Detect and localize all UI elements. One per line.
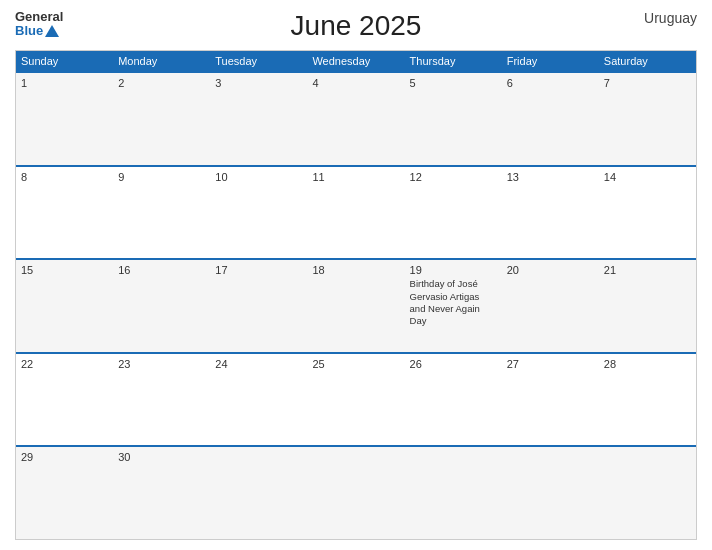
day-cell	[502, 447, 599, 539]
day-number: 8	[21, 171, 108, 183]
day-headers: Sunday Monday Tuesday Wednesday Thursday…	[16, 51, 696, 71]
header-monday: Monday	[113, 51, 210, 71]
day-cell: 27	[502, 354, 599, 446]
day-number: 27	[507, 358, 594, 370]
day-number: 15	[21, 264, 108, 276]
week-row: 1234567	[16, 71, 696, 165]
day-number: 26	[410, 358, 497, 370]
day-number: 14	[604, 171, 691, 183]
day-cell: 15	[16, 260, 113, 352]
day-number: 4	[312, 77, 399, 89]
calendar-title: June 2025	[291, 10, 422, 42]
day-number: 7	[604, 77, 691, 89]
day-cell: 13	[502, 167, 599, 259]
day-cell: 22	[16, 354, 113, 446]
day-number: 19	[410, 264, 497, 276]
day-cell: 12	[405, 167, 502, 259]
day-cell: 16	[113, 260, 210, 352]
day-number: 12	[410, 171, 497, 183]
day-cell: 8	[16, 167, 113, 259]
day-cell: 7	[599, 73, 696, 165]
logo-blue-text: Blue	[15, 24, 63, 38]
header-wednesday: Wednesday	[307, 51, 404, 71]
day-cell: 25	[307, 354, 404, 446]
day-number: 3	[215, 77, 302, 89]
header-thursday: Thursday	[405, 51, 502, 71]
day-cell: 4	[307, 73, 404, 165]
week-4: 2930	[16, 447, 696, 539]
day-number: 16	[118, 264, 205, 276]
day-cell	[405, 447, 502, 539]
day-cell: 11	[307, 167, 404, 259]
day-cell: 26	[405, 354, 502, 446]
week-row: 1516171819Birthday of José Gervasio Arti…	[16, 258, 696, 352]
day-cell: 24	[210, 354, 307, 446]
day-number: 29	[21, 451, 108, 463]
day-cell: 5	[405, 73, 502, 165]
week-row: 891011121314	[16, 165, 696, 259]
weeks-container: 12345678910111213141516171819Birthday of…	[16, 71, 696, 539]
day-cell: 19Birthday of José Gervasio Artigas and …	[405, 260, 502, 352]
header-sunday: Sunday	[16, 51, 113, 71]
day-cell: 18	[307, 260, 404, 352]
day-cell: 21	[599, 260, 696, 352]
week-3: 22232425262728	[16, 354, 696, 446]
day-number: 30	[118, 451, 205, 463]
logo-general-text: General	[15, 10, 63, 24]
day-cell: 29	[16, 447, 113, 539]
day-number: 9	[118, 171, 205, 183]
day-cell: 14	[599, 167, 696, 259]
day-cell: 1	[16, 73, 113, 165]
day-number: 13	[507, 171, 594, 183]
logo: General Blue	[15, 10, 63, 39]
day-cell: 10	[210, 167, 307, 259]
day-number: 21	[604, 264, 691, 276]
week-row: 2930	[16, 445, 696, 539]
day-number: 17	[215, 264, 302, 276]
day-number: 18	[312, 264, 399, 276]
day-number: 28	[604, 358, 691, 370]
country-label: Uruguay	[644, 10, 697, 26]
day-cell: 2	[113, 73, 210, 165]
week-2: 1516171819Birthday of José Gervasio Arti…	[16, 260, 696, 352]
day-cell: 30	[113, 447, 210, 539]
day-number: 20	[507, 264, 594, 276]
day-number: 24	[215, 358, 302, 370]
day-number: 10	[215, 171, 302, 183]
day-number: 6	[507, 77, 594, 89]
day-cell: 6	[502, 73, 599, 165]
day-cell: 9	[113, 167, 210, 259]
day-number: 22	[21, 358, 108, 370]
day-cell	[210, 447, 307, 539]
day-number: 2	[118, 77, 205, 89]
calendar: Sunday Monday Tuesday Wednesday Thursday…	[15, 50, 697, 540]
day-cell: 23	[113, 354, 210, 446]
day-number: 11	[312, 171, 399, 183]
week-row: 22232425262728	[16, 352, 696, 446]
day-number: 5	[410, 77, 497, 89]
day-cell: 28	[599, 354, 696, 446]
day-number: 25	[312, 358, 399, 370]
day-cell	[599, 447, 696, 539]
logo-triangle-icon	[45, 25, 59, 37]
week-0: 1234567	[16, 73, 696, 165]
day-cell	[307, 447, 404, 539]
header-friday: Friday	[502, 51, 599, 71]
day-cell: 3	[210, 73, 307, 165]
header-tuesday: Tuesday	[210, 51, 307, 71]
header-saturday: Saturday	[599, 51, 696, 71]
day-cell: 17	[210, 260, 307, 352]
week-1: 891011121314	[16, 167, 696, 259]
page: General Blue June 2025 Uruguay Sunday Mo…	[0, 0, 712, 550]
day-number: 23	[118, 358, 205, 370]
event-text: Birthday of José Gervasio Artigas and Ne…	[410, 278, 497, 327]
day-cell: 20	[502, 260, 599, 352]
header: General Blue June 2025 Uruguay	[15, 10, 697, 42]
day-number: 1	[21, 77, 108, 89]
